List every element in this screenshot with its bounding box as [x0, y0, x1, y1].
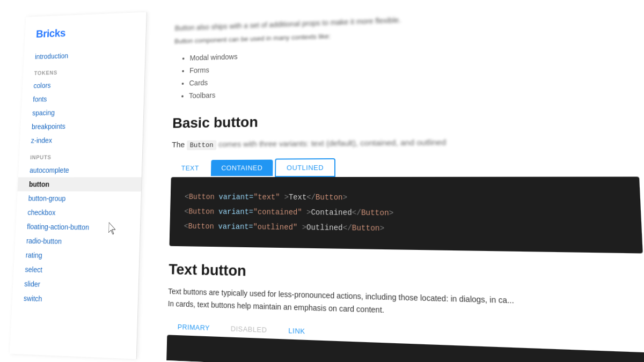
code-val-1: "text" [253, 193, 280, 202]
tab-contained[interactable]: CONTAINED [211, 160, 273, 176]
bullet-list: Modal windows Forms Cards Toolbars [189, 38, 635, 102]
sidebar-item-switch[interactable]: switch [12, 291, 138, 309]
sidebar-item-z-index[interactable]: z-index [20, 132, 143, 147]
tab-link[interactable]: LINK [277, 322, 316, 341]
sidebar-item-radio-button[interactable]: radio-button [15, 233, 140, 249]
code-line-3: <Button variant="outlined" >Outlined</Bu… [184, 219, 625, 240]
code-attr-1: variant= [218, 193, 253, 202]
basic-button-title: Basic button [172, 108, 637, 131]
tab-outlined[interactable]: OUTLINED [275, 158, 335, 177]
tab-disabled[interactable]: DISABLED [220, 320, 277, 339]
sidebar-section-inputs: INPUTS [19, 146, 142, 163]
main-content: Button also ships with a set of addition… [142, 0, 644, 362]
sidebar-item-autocomplete[interactable]: autocomplete [18, 163, 142, 178]
button-code-inline: Button [187, 140, 217, 150]
logo: Bricks [24, 20, 146, 50]
sidebar-item-spacing[interactable]: spacing [21, 104, 144, 120]
code-tag-end-1: Button [316, 193, 343, 202]
tab-primary[interactable]: PRIMARY [167, 318, 220, 337]
code-bracket-end-1: </ [306, 193, 316, 202]
sidebar-item-button[interactable]: button [18, 177, 142, 191]
sidebar-item-breakpoints[interactable]: breakpoints [20, 118, 143, 134]
variant-tab-bar: TEXT CONTAINED OUTLINED [171, 157, 639, 178]
code-content-1: Text [289, 193, 306, 202]
basic-button-desc-blurred: comes with three variants: text (default… [218, 137, 446, 149]
code-bracket-close-1: > [284, 193, 289, 202]
basic-button-desc: The Button comes with three variants: te… [172, 134, 638, 151]
tab-text[interactable]: TEXT [171, 160, 209, 176]
sidebar-item-checkbox[interactable]: checkbox [16, 205, 141, 220]
sidebar-item-floating-action-button[interactable]: floating-action-button [16, 219, 141, 235]
text-button-title: Text button [169, 261, 644, 289]
code-block-variants: <Button variant="text" >Text</Button> <B… [170, 177, 643, 254]
sidebar-item-button-group[interactable]: button-group [17, 191, 141, 206]
code-tag-1: Button [189, 193, 215, 202]
text-button-desc: Text buttons are typically used for less… [168, 285, 644, 324]
sidebar: Bricks introduction TOKENS colors fonts … [10, 12, 147, 359]
